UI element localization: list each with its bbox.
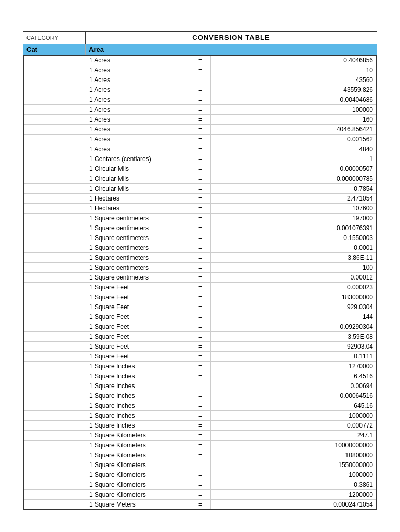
val-cell: 0.000772: [211, 421, 376, 430]
val-cell: 10800000: [211, 450, 376, 460]
cat-cell: [24, 144, 86, 153]
val-cell: 197000: [211, 214, 376, 223]
table-row: 1 Square Kilometers=0.3861: [24, 480, 376, 490]
eq-cell: =: [190, 401, 211, 410]
from-cell: 1 Square centimeters: [86, 253, 190, 262]
from-cell: 1 Square Feet: [86, 332, 190, 341]
table-row: 1 Square Feet=144: [24, 312, 376, 322]
cat-cell: [24, 263, 86, 271]
table-row: 1 Square centimeters=3.86E-11: [24, 253, 376, 263]
eq-cell: =: [190, 144, 211, 154]
table-row: 1 Square Meters=0.0002471054: [24, 500, 376, 509]
from-cell: 1 Square Inches: [86, 381, 190, 391]
val-cell: 0.3861: [211, 480, 376, 489]
cat-cell: [24, 391, 86, 400]
from-cell: 1 Acres: [86, 135, 190, 144]
eq-cell: =: [190, 154, 211, 164]
title-row: CATEGORY CONVERSION TABLE: [23, 31, 377, 44]
from-cell: 1 Square Inches: [86, 371, 190, 381]
eq-cell: =: [190, 283, 211, 292]
table-row: 1 Square centimeters=0.0001: [24, 243, 376, 253]
from-cell: 1 Square Kilometers: [86, 480, 190, 489]
val-cell: 6.4516: [211, 371, 376, 381]
cat-cell: [24, 342, 86, 350]
table-row: 1 Square Inches=6.4516: [24, 371, 376, 381]
from-cell: 1 Square Inches: [86, 421, 190, 430]
cat-cell: [24, 105, 86, 113]
cat-cell: [24, 292, 86, 301]
eq-cell: =: [190, 470, 211, 480]
cat-cell: [24, 164, 86, 172]
from-cell: 1 Circular Mils: [86, 184, 190, 193]
val-cell: 0.001076391: [211, 223, 376, 233]
val-cell: 645.16: [211, 401, 376, 410]
header-area: Area: [86, 44, 377, 55]
eq-cell: =: [190, 273, 211, 282]
table-row: 1 Square Kilometers=10800000: [24, 450, 376, 460]
eq-cell: =: [190, 214, 211, 223]
val-cell: 0.09290304: [211, 322, 376, 331]
val-cell: 100000: [211, 105, 376, 114]
header-cat: Cat: [23, 44, 86, 55]
cat-cell: [24, 362, 86, 370]
cat-cell: [24, 223, 86, 232]
table-row: 1 Square Inches=1270000: [24, 362, 376, 371]
val-cell: 0.1550003: [211, 233, 376, 243]
from-cell: 1 Acres: [86, 115, 190, 124]
from-cell: 1 Square Kilometers: [86, 441, 190, 450]
cat-cell: [24, 253, 86, 261]
cat-cell: [24, 56, 86, 64]
table-row: 1 Acres=0.4046856: [24, 56, 376, 65]
table-row: 1 Square centimeters=0.00012: [24, 273, 376, 283]
val-cell: 0.00404686: [211, 95, 376, 104]
table-row: 1 Acres=10: [24, 65, 376, 75]
header-row: Cat Area: [23, 44, 377, 56]
val-cell: 0.00694: [211, 381, 376, 391]
from-cell: 1 Acres: [86, 65, 190, 75]
cat-cell: [24, 431, 86, 439]
cat-cell: [24, 332, 86, 340]
table-row: 1 Square Inches=645.16: [24, 401, 376, 411]
from-cell: 1 Square Feet: [86, 342, 190, 351]
val-cell: 10000000000: [211, 441, 376, 450]
cat-cell: [24, 214, 86, 222]
table-row: 1 Square Kilometers=10000000000: [24, 441, 376, 450]
eq-cell: =: [190, 322, 211, 331]
val-cell: 0.0001: [211, 243, 376, 252]
eq-cell: =: [190, 243, 211, 252]
eq-cell: =: [190, 480, 211, 489]
from-cell: 1 Square centimeters: [86, 263, 190, 272]
eq-cell: =: [190, 362, 211, 371]
table-row: 1 Square Feet=929.0304: [24, 302, 376, 312]
val-cell: 160: [211, 115, 376, 124]
val-cell: 4046.856421: [211, 125, 376, 134]
table-row: 1 Circular Mils=0.000000785: [24, 174, 376, 184]
val-cell: 0.0002471054: [211, 500, 376, 509]
eq-cell: =: [190, 421, 211, 430]
from-cell: 1 Square Inches: [86, 362, 190, 371]
from-cell: 1 Acres: [86, 144, 190, 154]
eq-cell: =: [190, 342, 211, 351]
cat-cell: [24, 283, 86, 291]
table-row: 1 Square Feet=0.1111: [24, 352, 376, 362]
table-row: 1 Square Inches=0.000772: [24, 421, 376, 431]
category-label: CATEGORY: [23, 32, 86, 44]
from-cell: 1 Square Feet: [86, 292, 190, 302]
cat-cell: [24, 352, 86, 360]
eq-cell: =: [190, 431, 211, 440]
from-cell: 1 Square Meters: [86, 500, 190, 509]
from-cell: 1 Acres: [86, 125, 190, 134]
table-row: 1 Circular Mils=0.00000507: [24, 164, 376, 174]
from-cell: 1 Acres: [86, 75, 190, 85]
from-cell: 1 Square Feet: [86, 302, 190, 312]
eq-cell: =: [190, 292, 211, 302]
eq-cell: =: [190, 56, 211, 65]
from-cell: 1 Square Feet: [86, 312, 190, 322]
from-cell: 1 Centares (centiares): [86, 154, 190, 164]
table-row: 1 Hectares=2.471054: [24, 194, 376, 204]
val-cell: 1: [211, 154, 376, 164]
val-cell: 10: [211, 65, 376, 75]
val-cell: 1000000: [211, 411, 376, 420]
eq-cell: =: [190, 75, 211, 85]
eq-cell: =: [190, 115, 211, 124]
